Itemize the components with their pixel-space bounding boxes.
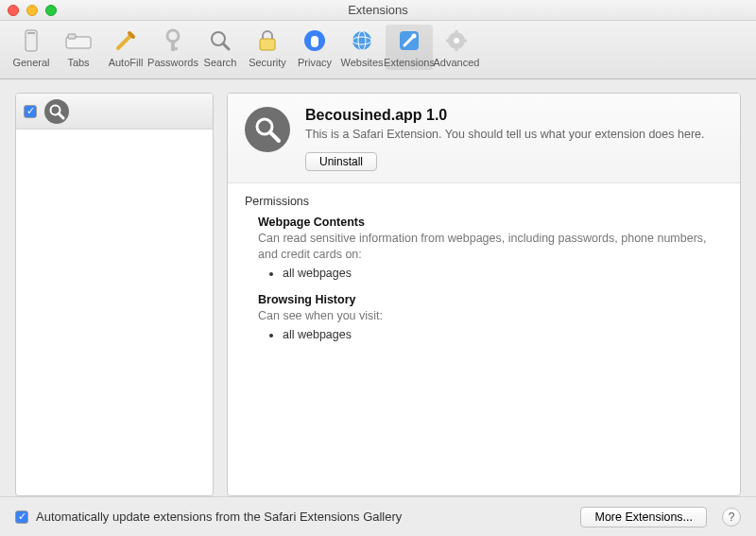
extension-header: Becousined.app 1.0 This is a Safari Exte…	[228, 94, 740, 183]
permission-description: Can see when you visit:	[258, 308, 723, 324]
toolbar-tab-tabs[interactable]: Tabs	[55, 25, 102, 70]
toolbar-tab-label: Tabs	[67, 57, 89, 68]
svg-rect-6	[171, 47, 178, 50]
extensions-icon	[395, 26, 423, 55]
permission-item: all webpages	[283, 267, 723, 280]
toolbar-tab-label: General	[12, 57, 49, 68]
toolbar-tab-extensions[interactable]: Extensions	[386, 25, 433, 70]
svg-point-4	[167, 30, 179, 42]
toolbar-tab-label: Extensions	[384, 57, 435, 68]
security-icon	[253, 26, 282, 55]
svg-point-12	[352, 31, 371, 50]
toolbar-tab-autofill[interactable]: AutoFill	[102, 25, 149, 70]
toolbar-tab-security[interactable]: Security	[244, 25, 291, 70]
toolbar-tab-label: Security	[249, 57, 286, 68]
toolbar-tab-passwords[interactable]: Passwords	[149, 25, 197, 70]
permission-title: Webpage Contents	[258, 216, 723, 229]
footer: Automatically update extensions from the…	[0, 496, 756, 536]
svg-rect-11	[311, 36, 318, 47]
svg-rect-1	[27, 32, 35, 34]
svg-point-10	[304, 30, 325, 51]
preferences-toolbar: General Tabs AutoFill Passwords Search	[0, 21, 756, 79]
toolbar-tab-label: AutoFill	[109, 57, 144, 68]
auto-update-label: Automatically update extensions from the…	[36, 510, 402, 524]
toolbar-tab-label: Passwords	[147, 57, 198, 68]
svg-rect-3	[68, 34, 76, 39]
toolbar-tab-label: Websites	[340, 57, 383, 68]
toolbar-tab-label: Advanced	[434, 57, 480, 68]
extension-description: This is a Safari Extension. You should t…	[305, 127, 723, 143]
toolbar-tab-search[interactable]: Search	[197, 25, 244, 70]
extension-detail-panel: Becousined.app 1.0 This is a Safari Exte…	[227, 93, 741, 496]
more-extensions-button[interactable]: More Extensions...	[580, 507, 707, 527]
svg-line-24	[59, 113, 63, 118]
svg-rect-9	[260, 39, 275, 50]
toolbar-tab-advanced[interactable]: Advanced	[433, 25, 480, 70]
svg-rect-5	[171, 40, 175, 51]
extension-title: Becousined.app 1.0	[305, 107, 723, 124]
preferences-window: Extensions General Tabs AutoFill Passwor…	[0, 0, 756, 536]
body-area: Becousined.app 1.0 This is a Safari Exte…	[0, 79, 756, 496]
help-button[interactable]: ?	[722, 508, 741, 527]
permission-item: all webpages	[283, 328, 723, 341]
svg-point-13	[352, 37, 371, 44]
svg-point-14	[358, 31, 366, 50]
toolbar-tab-label: Privacy	[298, 57, 332, 68]
uninstall-button[interactable]: Uninstall	[305, 152, 377, 171]
tabs-icon	[64, 26, 93, 55]
permission-description: Can read sensitive information from webp…	[258, 231, 723, 263]
svg-line-26	[270, 132, 279, 141]
websites-icon	[348, 26, 376, 55]
permission-group: Webpage Contents Can read sensitive info…	[258, 216, 723, 280]
permission-title: Browsing History	[258, 293, 723, 306]
svg-line-8	[223, 43, 229, 49]
advanced-icon	[442, 26, 471, 55]
window-title: Extensions	[0, 3, 756, 17]
permissions-section: Permissions Webpage Contents Can read se…	[228, 183, 740, 366]
passwords-icon	[159, 26, 187, 55]
general-icon	[17, 26, 45, 55]
permissions-heading: Permissions	[245, 195, 723, 208]
toolbar-tab-privacy[interactable]: Privacy	[291, 25, 338, 70]
permission-group: Browsing History Can see when you visit:…	[258, 293, 723, 341]
privacy-icon	[301, 26, 329, 55]
toolbar-tab-general[interactable]: General	[8, 25, 55, 70]
titlebar: Extensions	[0, 0, 756, 21]
svg-point-18	[454, 38, 459, 43]
toolbar-tab-websites[interactable]: Websites	[338, 25, 386, 70]
svg-point-17	[448, 32, 465, 49]
sidebar-extension-row[interactable]	[16, 94, 213, 130]
autofill-icon	[112, 26, 140, 55]
svg-point-23	[51, 105, 60, 114]
search-icon	[206, 26, 234, 55]
svg-point-16	[412, 34, 417, 39]
extension-mini-icon	[44, 99, 69, 124]
svg-rect-0	[26, 30, 37, 51]
svg-rect-15	[400, 31, 419, 50]
svg-point-7	[212, 32, 225, 45]
auto-update-checkbox[interactable]	[15, 510, 28, 524]
extension-enabled-checkbox[interactable]	[24, 105, 37, 118]
svg-point-25	[257, 119, 272, 134]
svg-rect-2	[66, 37, 91, 48]
toolbar-tab-label: Search	[204, 57, 237, 68]
extension-large-icon	[245, 107, 290, 152]
extensions-sidebar	[15, 93, 214, 496]
